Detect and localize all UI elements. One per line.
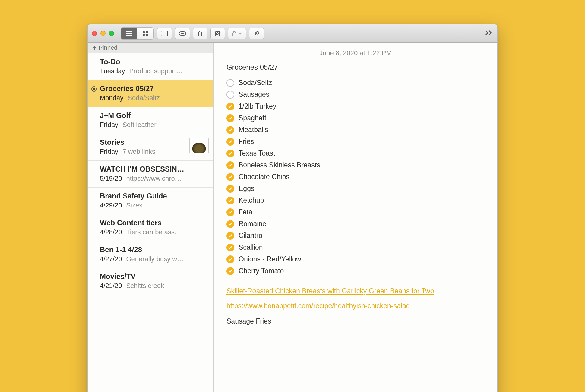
note-link[interactable]: Skillet-Roasted Chicken Breasts with Gar… xyxy=(226,287,485,295)
lock-button[interactable] xyxy=(228,28,246,39)
checkbox-checked-icon[interactable] xyxy=(226,114,234,122)
note-editor[interactable]: June 8, 2020 at 1:22 PM Groceries 05/27 … xyxy=(214,43,497,392)
attach-button[interactable] xyxy=(175,28,190,39)
checklist-item-text[interactable]: Meatballs xyxy=(239,126,268,134)
delete-button[interactable] xyxy=(193,28,207,39)
note-body-text[interactable]: Sausage Fries xyxy=(226,317,485,325)
list-view-button[interactable] xyxy=(121,28,137,39)
svg-rect-5 xyxy=(143,34,145,36)
checklist-item-text[interactable]: Onions - Red/Yellow xyxy=(239,255,301,263)
note-item-subtitle: MondaySoda/Seltz xyxy=(100,94,207,102)
note-list-item[interactable]: Groceries 05/27MondaySoda/Seltz xyxy=(88,80,213,107)
checklist-item[interactable]: Chocolate Chips xyxy=(226,171,485,183)
note-list-item[interactable]: Web Content tiers4/28/20Tiers can be ass… xyxy=(88,214,213,241)
note-item-title: J+M Golf xyxy=(100,111,207,120)
checklist-item-text[interactable]: 1/2lb Turkey xyxy=(239,102,276,110)
note-list-item[interactable]: StoriesFriday7 web links xyxy=(88,134,213,161)
checklist-item[interactable]: Scallion xyxy=(226,242,485,253)
checklist-item-text[interactable]: Soda/Seltz xyxy=(239,79,272,87)
checklist-item[interactable]: Sausages xyxy=(226,89,485,100)
checkbox-checked-icon[interactable] xyxy=(226,220,234,228)
toolbar-overflow-button[interactable] xyxy=(485,30,493,37)
minimize-window-button[interactable] xyxy=(100,31,106,36)
checklist-item[interactable]: Cilantro xyxy=(226,230,485,242)
note-item-subtitle: 4/29/20Sizes xyxy=(100,201,207,209)
checklist-item[interactable]: Spaghetti xyxy=(226,112,485,124)
checklist-item[interactable]: Soda/Seltz xyxy=(226,77,485,89)
checkbox-checked-icon[interactable] xyxy=(226,197,234,204)
note-item-date: Friday xyxy=(100,148,118,156)
chevrons-right-icon xyxy=(485,30,493,36)
checklist-item[interactable]: Eggs xyxy=(226,183,485,194)
checklist-item[interactable]: Texas Toast xyxy=(226,147,485,159)
checklist-item[interactable]: 1/2lb Turkey xyxy=(226,100,485,112)
checklist-item-text[interactable]: Feta xyxy=(239,208,252,216)
checkbox-checked-icon[interactable] xyxy=(226,150,234,157)
checkbox-checked-icon[interactable] xyxy=(226,244,234,251)
checkbox-checked-icon[interactable] xyxy=(226,255,234,263)
note-item-title: Web Content tiers xyxy=(100,219,207,227)
close-window-button[interactable] xyxy=(92,31,97,36)
note-item-preview: Soda/Seltz xyxy=(128,94,160,102)
checklist-item-text[interactable]: Cherry Tomato xyxy=(239,267,284,275)
pinned-label: Pinned xyxy=(99,44,117,51)
checkbox-checked-icon[interactable] xyxy=(226,173,234,181)
svg-rect-7 xyxy=(161,31,168,36)
checklist-item-text[interactable]: Spaghetti xyxy=(239,114,268,122)
checklist-item-text[interactable]: Sausages xyxy=(239,90,269,99)
checklist-item-text[interactable]: Texas Toast xyxy=(239,149,275,157)
note-item-subtitle: FridaySoft leather xyxy=(100,121,207,129)
checkbox-unchecked-icon[interactable] xyxy=(226,79,234,87)
note-item-title: WATCH I'M OBSESSIN… xyxy=(100,165,207,173)
checklist-item-text[interactable]: Cilantro xyxy=(239,232,262,240)
checkbox-checked-icon[interactable] xyxy=(226,138,234,146)
note-list-item[interactable]: To-DoTuesdayProduct support… xyxy=(88,53,213,80)
checkbox-checked-icon[interactable] xyxy=(226,232,234,240)
note-title[interactable]: Groceries 05/27 xyxy=(226,63,485,71)
note-item-subtitle: 5/19/20https://www.chro… xyxy=(100,175,207,182)
checklist-item[interactable]: Feta xyxy=(226,206,485,218)
note-link[interactable]: https://www.bonappetit.com/recipe/health… xyxy=(226,302,485,310)
checkbox-checked-icon[interactable] xyxy=(226,161,234,169)
svg-rect-6 xyxy=(146,34,148,36)
checkbox-checked-icon[interactable] xyxy=(226,126,234,134)
note-timestamp: June 8, 2020 at 1:22 PM xyxy=(226,49,485,57)
checklist-item-text[interactable]: Fries xyxy=(239,138,254,146)
checkbox-checked-icon[interactable] xyxy=(226,267,234,275)
checklist-item[interactable]: Romaine xyxy=(226,218,485,230)
checkbox-checked-icon[interactable] xyxy=(226,185,234,193)
checklist-item[interactable]: Cherry Tomato xyxy=(226,265,485,277)
checklist-item-text[interactable]: Boneless Skinless Breasts xyxy=(239,161,320,169)
checkbox-checked-icon[interactable] xyxy=(226,103,234,110)
note-item-preview: Generally busy w… xyxy=(126,255,184,263)
chevron-down-icon xyxy=(239,32,242,35)
checklist-item-text[interactable]: Romaine xyxy=(239,220,266,228)
checklist-item[interactable]: Onions - Red/Yellow xyxy=(226,253,485,265)
checklist-item[interactable]: Meatballs xyxy=(226,124,485,136)
notes-list-sidebar: Pinned To-DoTuesdayProduct support…Groce… xyxy=(88,43,214,392)
grid-view-button[interactable] xyxy=(137,28,153,39)
checklist-item-text[interactable]: Ketchup xyxy=(239,196,264,204)
list-lines-icon xyxy=(126,31,132,36)
trash-icon xyxy=(198,30,203,36)
note-list-item[interactable]: Ben 1-1 4/284/27/20Generally busy w… xyxy=(88,241,213,268)
notes-list[interactable]: To-DoTuesdayProduct support…Groceries 05… xyxy=(88,53,213,295)
note-item-date: 4/28/20 xyxy=(100,228,122,236)
checklist-item-text[interactable]: Scallion xyxy=(239,243,263,251)
checklist-item-text[interactable]: Eggs xyxy=(239,185,254,193)
checkbox-checked-icon[interactable] xyxy=(226,208,234,216)
folders-button[interactable] xyxy=(157,28,172,39)
note-list-item[interactable]: J+M GolfFridaySoft leather xyxy=(88,107,213,134)
checklist-item[interactable]: Ketchup xyxy=(226,194,485,206)
sidebar-icon xyxy=(161,31,168,36)
checkbox-unchecked-icon[interactable] xyxy=(226,91,234,99)
note-list-item[interactable]: Brand Safety Guide4/29/20Sizes xyxy=(88,188,213,214)
share-button[interactable] xyxy=(249,28,264,39)
note-list-item[interactable]: WATCH I'M OBSESSIN…5/19/20https://www.ch… xyxy=(88,161,213,188)
note-list-item[interactable]: Movies/TV4/21/20Schitts creek xyxy=(88,268,213,295)
checklist-item[interactable]: Fries xyxy=(226,136,485,147)
checklist-item-text[interactable]: Chocolate Chips xyxy=(239,173,289,181)
compose-button[interactable] xyxy=(210,28,225,39)
checklist-item[interactable]: Boneless Skinless Breasts xyxy=(226,159,485,171)
fullscreen-window-button[interactable] xyxy=(109,31,114,36)
